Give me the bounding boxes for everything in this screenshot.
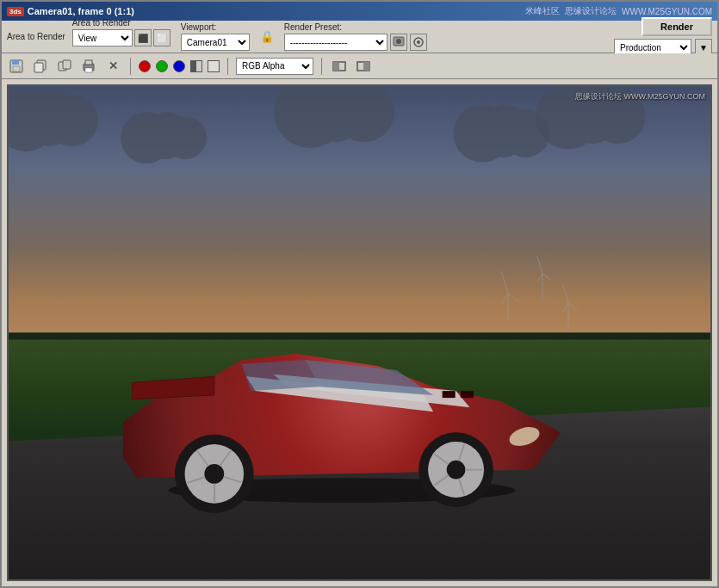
print-icon [82, 59, 96, 73]
title-bar-title: Camera01, frame 0 (1:1) [28, 6, 134, 16]
preset-load-btn[interactable] [390, 34, 407, 51]
divider-2 [227, 58, 228, 75]
red-channel-btn[interactable] [139, 60, 151, 72]
toggle-view-btn2[interactable] [354, 57, 373, 76]
delete-button[interactable]: ✕ [103, 57, 122, 76]
svg-point-1 [396, 39, 401, 44]
clone-icon [58, 59, 71, 73]
svg-rect-10 [63, 60, 71, 69]
channel-select[interactable]: RGB Alpha RGB Alpha Red Green Blue Monoc… [236, 58, 313, 75]
area-icon-btn2[interactable]: ⬜ [153, 29, 170, 46]
render-preset-select[interactable]: -------------------- [284, 34, 387, 51]
area-to-render-select[interactable]: View Selected Region [72, 29, 133, 46]
main-window: 3ds Camera01, frame 0 (1:1) 米峰社区 思缘设计论坛 … [0, 0, 719, 588]
svg-point-3 [417, 40, 420, 44]
copy-icon [34, 59, 47, 73]
community-label: 米峰社区 [525, 5, 560, 17]
svg-rect-16 [333, 62, 339, 71]
white-channel-btn[interactable] [208, 60, 220, 72]
watermark-url: WWW.M25GYUN.COM [622, 7, 712, 16]
options-icon [412, 36, 425, 48]
toolbar-row-1: Area to Render Area to Render View Selec… [2, 21, 717, 53]
save-button[interactable] [7, 57, 26, 76]
title-bar-right: 米峰社区 思缘设计论坛 WWW.M25GYUN.COM [525, 5, 712, 17]
divider-1 [130, 58, 131, 75]
view-icon-1 [332, 59, 346, 73]
title-bar-left: 3ds Camera01, frame 0 (1:1) [7, 6, 134, 16]
save-icon [9, 59, 23, 73]
copy-button[interactable] [31, 57, 50, 76]
green-channel-btn[interactable] [156, 60, 168, 72]
gray-channel-btn[interactable] [190, 60, 202, 72]
load-preset-icon [393, 36, 405, 48]
render-image-area: 思缘设计论坛 WWW.M25GYUN.COM [7, 84, 712, 581]
area-to-render-group: Area to Render Area to Render View Selec… [7, 27, 170, 46]
viewport-group: Viewport: Camera01 Top Front [181, 22, 250, 51]
area-label: Area to Render [7, 32, 65, 41]
watermark-label: 思缘设计论坛 [565, 5, 617, 17]
divider-3 [321, 58, 322, 75]
svg-rect-6 [13, 66, 20, 71]
area-label-text: Area to Render [72, 18, 170, 28]
svg-rect-5 [12, 60, 19, 65]
svg-rect-18 [363, 62, 369, 71]
svg-rect-8 [34, 63, 43, 72]
render-canvas [9, 86, 710, 579]
render-section: Render Production ActiveShade A360 Cloud… [614, 17, 712, 56]
render-button[interactable]: Render [642, 17, 712, 36]
viewport-select[interactable]: Camera01 Top Front [181, 34, 250, 51]
area-icon-btn1[interactable]: ⬛ [134, 29, 152, 46]
preset-options-btn[interactable] [410, 34, 427, 51]
print-button[interactable] [79, 57, 98, 76]
toggle-view-btn1[interactable] [330, 57, 349, 76]
svg-rect-14 [85, 68, 92, 72]
view-icon-2 [356, 59, 370, 73]
render-preset-label: Render Preset: [284, 22, 427, 32]
render-preset-group: Render Preset: -------------------- [284, 22, 427, 51]
app-logo: 3ds [7, 7, 24, 16]
clone-button[interactable] [55, 57, 74, 76]
delete-icon: ✕ [108, 59, 118, 72]
svg-rect-13 [85, 60, 92, 65]
lock-icon[interactable]: 🔒 [260, 30, 274, 43]
toolbar-row-2: ✕ RGB Alpha RGB Alpha Red Green Blue Mon… [2, 53, 717, 79]
viewport-label: Viewport: [181, 22, 250, 32]
blue-channel-btn[interactable] [173, 60, 185, 72]
